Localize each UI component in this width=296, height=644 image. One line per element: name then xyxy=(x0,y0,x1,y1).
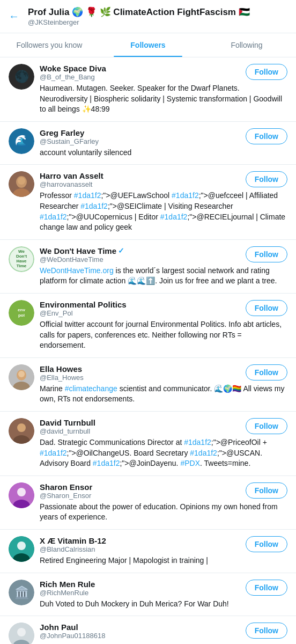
follower-top: David Turnbull @david_turnbull Follow xyxy=(40,418,287,435)
follower-name: David Turnbull xyxy=(40,418,240,427)
svg-point-18 xyxy=(17,628,26,636)
follower-top: Environmental Politics @Env_Pol Follow xyxy=(40,300,287,317)
follower-name: John Paul xyxy=(40,623,240,632)
follower-names: Sharon Ensor @Sharon_Ensor xyxy=(40,482,240,500)
svg-point-7 xyxy=(18,371,25,377)
follow-button[interactable]: Follow xyxy=(246,64,287,80)
list-item: Sharon Ensor @Sharon_Ensor Follow Passio… xyxy=(0,476,296,530)
follower-top: Greg Farley @Sustain_GFarley Follow xyxy=(40,128,287,145)
follower-names: Environmental Politics @Env_Pol xyxy=(40,300,240,317)
list-item: John Paul @JohnPau01188618 Follow GOD BE… xyxy=(0,616,296,644)
follower-handle: @Sustain_GFarley xyxy=(40,137,240,145)
avatar: 🌑 xyxy=(9,64,34,90)
follower-bio: Duh Voted to Duh Mockery in Duh Merica? … xyxy=(40,599,287,610)
follower-top: Sharon Ensor @Sharon_Ensor Follow xyxy=(40,482,287,500)
follower-name: Ella Howes xyxy=(40,364,240,374)
tab-following[interactable]: Following xyxy=(197,33,296,57)
tab-followers[interactable]: Followers xyxy=(99,33,197,57)
follow-button[interactable]: Follow xyxy=(246,246,287,262)
follower-top: We Don't Have Time✓ @WeDontHaveTime Foll… xyxy=(40,246,287,264)
follower-top: X Æ Vitamin B-12 @BlandCalrissian Follow xyxy=(40,536,287,553)
follow-button[interactable]: Follow xyxy=(246,580,287,596)
header: ← Prof Julia 🌍 🌹 🌿 ClimateAction FightFa… xyxy=(0,0,296,33)
follower-handle: @JohnPau01188618 xyxy=(40,632,240,640)
svg-point-15 xyxy=(17,541,26,550)
follower-content: Sharon Ensor @Sharon_Ensor Follow Passio… xyxy=(40,482,287,523)
follower-name: Sharon Ensor xyxy=(40,482,240,492)
follower-handle: @WeDontHaveTime xyxy=(40,255,240,264)
list-item: 🏛️ Rich Men Rule @RichMenRule Follow Duh… xyxy=(0,573,296,617)
header-info: Prof Julia 🌍 🌹 🌿 ClimateAction FightFasc… xyxy=(28,6,287,26)
follower-name: Harro van Asselt xyxy=(40,171,240,180)
verified-icon: ✓ xyxy=(118,246,124,255)
avatar xyxy=(9,482,34,508)
follow-button[interactable]: Follow xyxy=(246,418,287,434)
follower-content: We Don't Have Time✓ @WeDontHaveTime Foll… xyxy=(40,246,287,287)
follower-names: David Turnbull @david_turnbull xyxy=(40,418,240,435)
follower-handle: @BlandCalrissian xyxy=(40,545,240,553)
follower-names: Rich Men Rule @RichMenRule xyxy=(40,580,240,597)
follower-name: Greg Farley xyxy=(40,128,240,137)
follower-names: Ella Howes @Ella_Howes xyxy=(40,364,240,382)
header-name: Prof Julia 🌍 🌹 🌿 ClimateAction FightFasc… xyxy=(28,6,287,18)
list-item: 🌊 Greg Farley @Sustain_GFarley Follow ac… xyxy=(0,122,296,165)
tab-followers-you-know[interactable]: Followers you know xyxy=(0,33,99,57)
follower-content: Ella Howes @Ella_Howes Follow Marine #cl… xyxy=(40,364,287,405)
follower-bio: GOD BESS YOU ALL xyxy=(40,642,287,644)
follow-button[interactable]: Follow xyxy=(246,536,287,552)
follower-name: X Æ Vitamin B-12 xyxy=(40,536,240,545)
avatar xyxy=(9,171,34,197)
follower-names: Woke Space Diva @B_of_the_Bang xyxy=(40,64,240,81)
list-item: David Turnbull @david_turnbull Follow Da… xyxy=(0,412,296,476)
follower-names: Harro van Asselt @harrovanasselt xyxy=(40,171,240,188)
follower-name: Environmental Politics xyxy=(40,300,240,309)
follow-button[interactable]: Follow xyxy=(246,623,287,639)
follower-names: We Don't Have Time✓ @WeDontHaveTime xyxy=(40,246,240,264)
svg-point-3 xyxy=(18,177,25,185)
svg-point-9 xyxy=(17,423,26,432)
follow-button[interactable]: Follow xyxy=(246,364,287,380)
follower-name: Woke Space Diva xyxy=(40,64,240,73)
tabs-bar: Followers you know Followers Following xyxy=(0,33,296,57)
follower-names: Greg Farley @Sustain_GFarley xyxy=(40,128,240,145)
list-item: WeDon'tHaveTime We Don't Have Time✓ @WeD… xyxy=(0,240,296,294)
list-item: Harro van Asselt @harrovanasselt Follow … xyxy=(0,165,296,239)
follower-top: John Paul @JohnPau01188618 Follow xyxy=(40,623,287,640)
follower-names: John Paul @JohnPau01188618 xyxy=(40,623,240,640)
header-handle: @JKSteinberger xyxy=(28,18,287,26)
follower-handle: @Sharon_Ensor xyxy=(40,492,240,500)
follower-bio: Professor #1da1f2;">@UEFLawSchool #1da1f… xyxy=(40,191,287,232)
list-item: X Æ Vitamin B-12 @BlandCalrissian Follow… xyxy=(0,530,296,573)
follow-button[interactable]: Follow xyxy=(246,128,287,144)
follower-handle: @RichMenRule xyxy=(40,589,240,597)
follower-handle: @Ella_Howes xyxy=(40,374,240,382)
follower-handle: @harrovanasselt xyxy=(40,180,240,188)
follower-handle: @B_of_the_Bang xyxy=(40,73,240,81)
svg-point-12 xyxy=(17,488,26,496)
follower-content: John Paul @JohnPau01188618 Follow GOD BE… xyxy=(40,623,287,644)
follower-content: Rich Men Rule @RichMenRule Follow Duh Vo… xyxy=(40,580,287,610)
follower-list: 🌑 Woke Space Diva @B_of_the_Bang Follow … xyxy=(0,57,296,644)
follower-top: Rich Men Rule @RichMenRule Follow xyxy=(40,580,287,597)
avatar xyxy=(9,536,34,562)
follower-bio: Haumean. Mutagen. Seeker. Speaker for th… xyxy=(40,83,287,115)
avatar xyxy=(9,364,34,390)
avatar xyxy=(9,418,34,444)
follow-button[interactable]: Follow xyxy=(246,171,287,187)
list-item: Ella Howes @Ella_Howes Follow Marine #cl… xyxy=(0,358,296,412)
follower-bio: WeDontHaveTime.org is the world´s larges… xyxy=(40,266,287,287)
follower-bio: Official twitter account for journal Env… xyxy=(40,319,287,351)
avatar: WeDon'tHaveTime xyxy=(9,246,34,272)
follow-button[interactable]: Follow xyxy=(246,300,287,316)
follower-names: X Æ Vitamin B-12 @BlandCalrissian xyxy=(40,536,240,553)
follower-content: Environmental Politics @Env_Pol Follow O… xyxy=(40,300,287,351)
follow-button[interactable]: Follow xyxy=(246,482,287,499)
follower-content: Woke Space Diva @B_of_the_Bang Follow Ha… xyxy=(40,64,287,115)
avatar: 🏛️ xyxy=(9,580,34,605)
back-icon[interactable]: ← xyxy=(9,10,19,23)
follower-bio: Passionate about the power of education.… xyxy=(40,502,287,523)
follower-content: X Æ Vitamin B-12 @BlandCalrissian Follow… xyxy=(40,536,287,566)
follower-name: Rich Men Rule xyxy=(40,580,240,589)
follower-bio: account voluntarily silenced xyxy=(40,148,287,158)
follower-handle: @Env_Pol xyxy=(40,309,240,317)
